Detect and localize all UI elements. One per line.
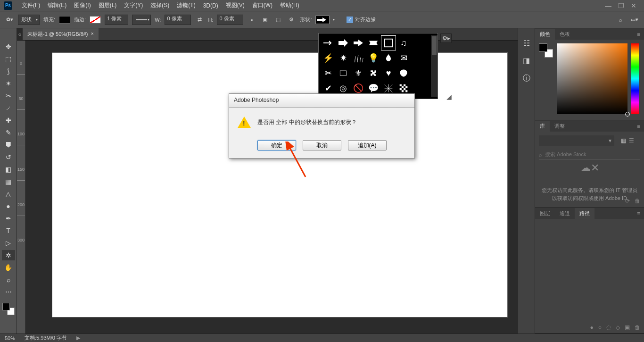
lasso-tool[interactable]: ⟆ — [2, 66, 15, 76]
healing-tool[interactable]: ✚ — [2, 115, 15, 125]
shape-lightning[interactable]: ⚡ — [321, 50, 336, 66]
brush-tool[interactable]: ✎ — [2, 127, 15, 138]
shape-music-note[interactable]: ♫ — [396, 35, 411, 50]
close-icon[interactable]: ✕ — [631, 2, 636, 9]
fill-path-icon[interactable]: ● — [590, 324, 594, 331]
library-select[interactable] — [539, 135, 614, 146]
menu-3d[interactable]: 3D(D) — [199, 1, 222, 10]
quick-select-tool[interactable]: ✶ — [2, 78, 15, 89]
tab-channels[interactable]: 通道 — [555, 208, 575, 219]
shape-picker-scrollbar[interactable] — [431, 35, 438, 97]
height-input[interactable]: 0 像素 — [217, 15, 243, 25]
doc-info[interactable]: 文档:5.93M/0 字节 — [25, 334, 67, 342]
menu-file[interactable]: 文件(F) — [18, 0, 44, 11]
panel-menu-icon[interactable]: ≡ — [633, 209, 644, 219]
menu-edit[interactable]: 编辑(E) — [44, 0, 70, 11]
tab-swatches[interactable]: 色板 — [555, 29, 575, 40]
history-brush-tool[interactable]: ↺ — [2, 152, 15, 162]
shape-arrow-thin[interactable] — [321, 35, 336, 50]
hand-tool[interactable]: ✋ — [2, 262, 15, 273]
dodge-tool[interactable]: ● — [2, 201, 15, 211]
shape-rect-outline[interactable] — [336, 66, 351, 81]
shape-grass[interactable] — [351, 50, 366, 66]
ok-button[interactable]: 确定 — [257, 140, 296, 150]
crop-tool[interactable]: ✂ — [2, 91, 15, 101]
doc-tabs-prev-icon[interactable]: « — [17, 28, 23, 40]
shape-picker-gear-icon[interactable]: ⚙▸ — [440, 33, 452, 43]
tool-preset-icon[interactable]: ✿▾ — [5, 15, 14, 25]
shape-burst[interactable]: ✷ — [336, 50, 351, 66]
tab-color[interactable]: 颜色 — [535, 29, 555, 40]
shape-picker-resize-icon[interactable]: ◢ — [446, 93, 452, 100]
stamp-tool[interactable]: ⛊ — [2, 140, 15, 150]
shape-bulb[interactable]: 💡 — [366, 50, 381, 66]
shape-arrow-block[interactable] — [351, 35, 366, 50]
blur-tool[interactable]: △ — [2, 189, 15, 199]
eyedropper-tool[interactable]: ⟋ — [2, 103, 15, 113]
menu-help[interactable]: 帮助(H) — [276, 0, 303, 11]
edit-toolbar[interactable]: ⋯ — [2, 287, 15, 297]
path-arrange-icon[interactable]: ▣ — [260, 15, 270, 25]
close-tab-icon[interactable]: × — [91, 31, 94, 38]
tab-adjustments[interactable]: 调整 — [550, 121, 570, 132]
zoom-level[interactable]: 50% — [5, 335, 15, 341]
document-tab[interactable]: 未标题-1 @ 50%(RGB/8#) × — [23, 28, 99, 40]
shape-frame[interactable] — [381, 35, 396, 50]
stroke-path-icon[interactable]: ○ — [598, 324, 602, 331]
minimize-icon[interactable]: — — [605, 2, 611, 9]
workspace-icon[interactable]: ▭▾ — [630, 15, 639, 25]
history-panel-icon[interactable]: ☷ — [523, 39, 530, 48]
color-fg-bg[interactable] — [539, 43, 553, 58]
append-button[interactable]: 追加(A) — [348, 140, 387, 150]
shape-envelope[interactable]: ✉ — [396, 50, 411, 66]
library-search[interactable]: ⌕ 搜索 Adobe Stock — [539, 150, 640, 160]
eraser-tool[interactable]: ◧ — [2, 164, 15, 175]
path-options-icon[interactable]: ⬚ — [273, 15, 283, 25]
menu-layer[interactable]: 图层(L) — [95, 0, 121, 11]
menu-image[interactable]: 图像(I) — [70, 0, 94, 11]
shape-fleur[interactable]: ⚜ — [351, 66, 366, 81]
shape-swatch-dropdown[interactable] — [315, 16, 330, 24]
stroke-swatch[interactable] — [90, 16, 101, 24]
link-icon[interactable]: ⇄ — [195, 15, 204, 25]
gear-icon[interactable]: ⚙ — [287, 15, 296, 25]
status-chevron-icon[interactable]: ▶ — [76, 335, 80, 341]
trash-icon[interactable]: 🗑 — [635, 324, 640, 331]
info-panel-icon[interactable]: ⓘ — [523, 74, 530, 83]
menu-text[interactable]: 文字(Y) — [120, 0, 147, 11]
load-selection-icon[interactable]: ◌ — [606, 324, 611, 331]
new-path-icon[interactable]: ▣ — [625, 324, 630, 331]
tab-libraries[interactable]: 库 — [535, 121, 550, 132]
shape-scissors[interactable]: ✂ — [321, 66, 336, 81]
move-tool[interactable]: ✥ — [2, 42, 15, 52]
cancel-button[interactable]: 取消 — [303, 140, 341, 150]
shape-puzzle[interactable] — [366, 66, 381, 81]
hue-slider[interactable] — [631, 43, 639, 114]
list-view-icon[interactable]: ☰ — [629, 137, 634, 144]
shape-blob[interactable] — [396, 66, 411, 81]
tab-paths[interactable]: 路径 — [575, 208, 594, 219]
zoom-tool[interactable]: ⌕ — [2, 275, 15, 285]
gradient-tool[interactable]: ▦ — [2, 176, 15, 187]
marquee-tool[interactable]: ⬚ — [2, 54, 15, 64]
menu-filter[interactable]: 滤镜(T) — [173, 0, 199, 11]
trash-icon[interactable]: 🗑 — [635, 198, 640, 204]
menu-window[interactable]: 窗口(W) — [248, 0, 276, 11]
restore-icon[interactable]: ❐ — [618, 2, 624, 9]
sync-icon[interactable]: ⟳ — [625, 198, 630, 204]
menu-view[interactable]: 视图(V) — [222, 0, 248, 11]
tab-layers[interactable]: 图层 — [535, 208, 555, 219]
pen-tool[interactable]: ✒ — [2, 213, 15, 224]
shape-banner[interactable] — [366, 35, 381, 50]
make-workpath-icon[interactable]: ◇ — [616, 324, 620, 331]
stroke-width-input[interactable]: 1 像素 — [105, 15, 128, 25]
stroke-style-select[interactable] — [132, 15, 151, 25]
shape-heart[interactable]: ♥ — [381, 66, 396, 81]
grid-view-icon[interactable]: ▦ — [621, 137, 626, 144]
tool-mode-select[interactable]: 形状 — [18, 15, 40, 25]
panel-menu-icon[interactable]: ≡ — [633, 29, 644, 40]
panel-menu-icon[interactable]: ≡ — [633, 121, 644, 132]
align-edges-checkbox[interactable]: ✓ 对齐边缘 — [347, 16, 376, 23]
canvas[interactable] — [52, 53, 507, 317]
properties-panel-icon[interactable]: ◨ — [523, 56, 530, 65]
